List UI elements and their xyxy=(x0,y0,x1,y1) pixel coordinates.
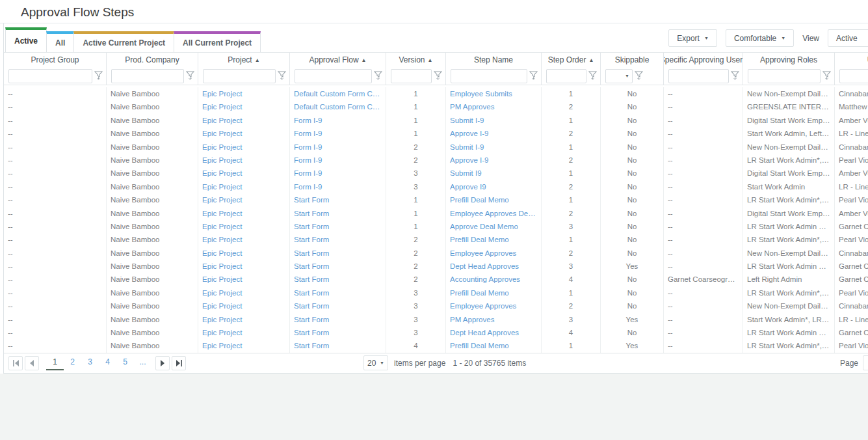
filter-input-project_group[interactable] xyxy=(8,69,92,83)
filter-menu-button[interactable] xyxy=(588,71,597,81)
filter-menu-button[interactable] xyxy=(434,71,442,81)
cell-project[interactable]: Epic Project xyxy=(198,141,290,154)
column-header-specific_approving_users[interactable]: Specific Approving Users xyxy=(664,53,743,67)
page-size-select[interactable]: 20 ▼ xyxy=(363,355,388,370)
filter-menu-button[interactable] xyxy=(822,71,831,81)
filter-input-project[interactable] xyxy=(203,69,276,83)
cell-step_name[interactable]: Employee Approves xyxy=(446,299,542,312)
filter-menu-button[interactable] xyxy=(731,71,739,81)
cell-approval_flow[interactable]: Start Form xyxy=(290,207,386,220)
filter-input-prod_company[interactable] xyxy=(111,69,184,83)
cell-approval_flow[interactable]: Start Form xyxy=(290,313,386,326)
cell-step_name[interactable]: PM Approves xyxy=(446,313,542,326)
cell-approval_flow[interactable]: Start Form xyxy=(290,233,386,246)
cell-project[interactable]: Epic Project xyxy=(198,220,290,233)
cell-step_name[interactable]: Accounting Approves xyxy=(446,273,542,286)
cell-step_name[interactable]: Prefill Deal Memo xyxy=(446,339,542,352)
column-header-step_order[interactable]: Step Order▲ xyxy=(542,53,601,67)
filter-input-users_on[interactable] xyxy=(839,69,868,83)
column-header-project_group[interactable]: Project Group xyxy=(4,53,107,67)
cell-approval_flow[interactable]: Form I-9 xyxy=(290,127,386,140)
filter-input-step_name[interactable] xyxy=(451,69,527,83)
pager-next-button[interactable] xyxy=(155,356,170,370)
pager-first-button[interactable] xyxy=(8,356,23,370)
pager-page-5[interactable]: 5 xyxy=(116,356,134,370)
cell-step_name[interactable]: Approve I9 xyxy=(446,180,542,193)
cell-project[interactable]: Epic Project xyxy=(198,87,290,100)
tab-all-current-project[interactable]: All Current Project xyxy=(174,31,261,52)
cell-step_name[interactable]: Employee Approves xyxy=(446,247,542,260)
tab-active[interactable]: Active xyxy=(5,27,47,52)
cell-project[interactable]: Epic Project xyxy=(198,154,290,167)
cell-step_name[interactable]: Approve I-9 xyxy=(446,127,542,140)
cell-project[interactable]: Epic Project xyxy=(198,114,290,127)
column-header-step_name[interactable]: Step Name xyxy=(446,53,542,67)
column-header-version[interactable]: Version▲ xyxy=(386,53,446,67)
cell-approval_flow[interactable]: Form I-9 xyxy=(290,141,386,154)
cell-project[interactable]: Epic Project xyxy=(198,247,290,260)
cell-approval_flow[interactable]: Form I-9 xyxy=(290,114,386,127)
cell-project[interactable]: Epic Project xyxy=(198,127,290,140)
column-header-approval_flow[interactable]: Approval Flow▲ xyxy=(290,53,386,67)
view-state-button[interactable]: Active xyxy=(828,29,868,47)
cell-approval_flow[interactable]: Start Form xyxy=(290,247,386,260)
cell-approval_flow[interactable]: Default Custom Form Config xyxy=(290,87,386,100)
cell-step_name[interactable]: Prefill Deal Memo xyxy=(446,233,542,246)
cell-step_name[interactable]: Prefill Deal Memo xyxy=(446,193,542,206)
filter-menu-button[interactable] xyxy=(278,71,286,81)
cell-step_name[interactable]: Approve Deal Memo xyxy=(446,220,542,233)
cell-step_name[interactable]: Submit I9 xyxy=(446,167,542,180)
column-header-skippable[interactable]: Skippable xyxy=(601,53,664,67)
filter-input-version[interactable] xyxy=(391,69,432,83)
pager-last-button[interactable] xyxy=(172,356,186,370)
cell-step_name[interactable]: Dept Head Approves xyxy=(446,260,542,273)
filter-menu-button[interactable] xyxy=(94,71,103,81)
cell-project[interactable]: Epic Project xyxy=(198,207,290,220)
pager-page-1[interactable]: 1 xyxy=(46,356,64,370)
tab-all[interactable]: All xyxy=(46,31,74,52)
pager-page-4[interactable]: 4 xyxy=(99,356,116,370)
cell-step_name[interactable]: Submit I-9 xyxy=(446,141,542,154)
page-number-input[interactable] xyxy=(863,355,868,370)
cell-approval_flow[interactable]: Start Form xyxy=(290,220,386,233)
cell-approval_flow[interactable]: Start Form xyxy=(290,260,386,273)
cell-approval_flow[interactable]: Default Custom Form Config xyxy=(290,100,386,113)
cell-project[interactable]: Epic Project xyxy=(198,313,290,326)
column-header-project[interactable]: Project▲ xyxy=(198,53,290,67)
cell-approval_flow[interactable]: Start Form xyxy=(290,339,386,352)
cell-project[interactable]: Epic Project xyxy=(198,180,290,193)
cell-project[interactable]: Epic Project xyxy=(198,339,290,352)
filter-menu-button[interactable] xyxy=(374,71,382,81)
filter-menu-button[interactable] xyxy=(635,71,643,81)
density-button[interactable]: Comfortable ▼ xyxy=(726,29,794,47)
cell-project[interactable]: Epic Project xyxy=(198,286,290,299)
column-header-prod_company[interactable]: Prod. Company xyxy=(107,53,198,67)
column-header-users_on[interactable]: Users o xyxy=(835,53,868,67)
tab-active-current-project[interactable]: Active Current Project xyxy=(73,31,174,52)
cell-step_name[interactable]: Submit I-9 xyxy=(446,114,542,127)
pager-page-...[interactable]: ... xyxy=(134,356,151,370)
cell-step_name[interactable]: Prefill Deal Memo xyxy=(446,286,542,299)
cell-project[interactable]: Epic Project xyxy=(198,233,290,246)
pager-page-2[interactable]: 2 xyxy=(64,356,81,370)
cell-step_name[interactable]: PM Approves xyxy=(446,100,542,113)
cell-approval_flow[interactable]: Start Form xyxy=(290,286,386,299)
cell-approval_flow[interactable]: Form I-9 xyxy=(290,180,386,193)
filter-select-skippable[interactable]: ▼ xyxy=(605,69,633,83)
cell-step_name[interactable]: Employee Approves Deal M... xyxy=(446,207,542,220)
filter-input-approving_roles[interactable] xyxy=(748,69,821,83)
pager-page-3[interactable]: 3 xyxy=(81,356,99,370)
pager-prev-button[interactable] xyxy=(25,356,39,370)
cell-project[interactable]: Epic Project xyxy=(198,167,290,180)
cell-project[interactable]: Epic Project xyxy=(198,100,290,113)
cell-approval_flow[interactable]: Form I-9 xyxy=(290,154,386,167)
cell-approval_flow[interactable]: Start Form xyxy=(290,299,386,312)
export-button[interactable]: Export ▼ xyxy=(668,29,717,47)
cell-approval_flow[interactable]: Form I-9 xyxy=(290,167,386,180)
cell-project[interactable]: Epic Project xyxy=(198,273,290,286)
filter-input-approval_flow[interactable] xyxy=(295,69,372,83)
filter-menu-button[interactable] xyxy=(529,71,538,81)
cell-project[interactable]: Epic Project xyxy=(198,299,290,312)
cell-approval_flow[interactable]: Start Form xyxy=(290,326,386,339)
filter-input-specific_approving_users[interactable] xyxy=(668,69,729,83)
